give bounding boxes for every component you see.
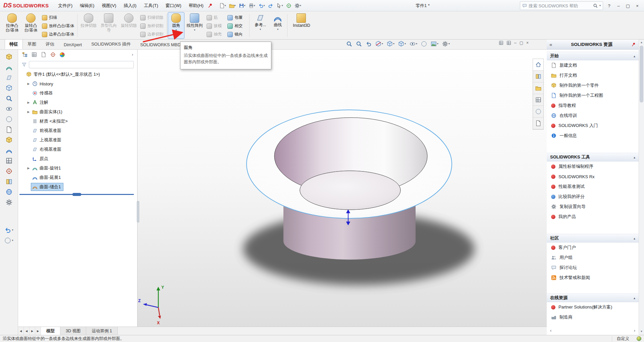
caret-down-icon[interactable] [437,43,438,45]
boundary-cut-button[interactable]: 边界切割 [139,30,165,38]
section-getting-started[interactable]: 开始 ▴ [547,52,639,60]
pager-right-button[interactable]: › [634,328,635,333]
hole-wizard-button[interactable]: 异型孔向导 [98,12,119,39]
tab-view-palette[interactable] [533,94,543,106]
link-general-info[interactable]: 一般信息 [547,131,639,141]
hide-show-items-button[interactable] [409,41,418,47]
link-open-document[interactable]: 打开文档 [547,70,639,80]
task-pane-scrollbar[interactable]: ▲ ▼ [639,40,644,334]
instant3d-button[interactable]: Instant3D [289,12,314,39]
tree-flyout-chevron-icon[interactable]: › [132,52,133,57]
configuration-manager-icon[interactable] [41,52,46,57]
swept-boss-button[interactable]: 扫描 [40,14,76,21]
draft-button[interactable]: 拔模 [205,22,226,30]
caret-down-icon[interactable] [405,43,406,45]
section-collapse-icon[interactable]: ▴ [634,54,635,58]
nav-prev-tab-button[interactable]: ◀ [24,327,30,335]
feature-manager-icon[interactable] [22,52,28,57]
link-online-training[interactable]: 在线培训 [547,111,639,121]
previous-view-button[interactable] [365,41,372,47]
caret-down-icon[interactable] [194,29,195,31]
caret-down-icon[interactable] [12,239,13,242]
revolved-boss-button[interactable]: 旋转凸台/基体 [21,12,40,39]
boundary-boss-button[interactable]: 边界凸台/基体 [40,30,76,38]
tab-solidworks-resources[interactable] [533,59,543,71]
scroll-up-icon[interactable]: ▲ [639,40,644,45]
tab-dimxpert[interactable]: DimXpert [59,40,87,49]
view-settings-button[interactable] [441,41,450,47]
left-tool-button-5[interactable] [6,95,12,102]
link-tech-alerts[interactable]: 技术警戒和新闻 [547,273,639,283]
tab-custom-properties[interactable] [533,118,543,129]
expand-arrow-icon[interactable] [26,82,31,85]
left-tool-button-7[interactable] [6,116,12,123]
rib-button[interactable]: 筋 [205,14,226,21]
caret-down-icon[interactable] [12,229,13,231]
section-collapse-icon[interactable]: ▴ [634,236,635,240]
tab-model[interactable]: 模型 [41,327,60,335]
section-collapse-icon[interactable]: ▴ [634,155,635,159]
left-tool-button-6[interactable] [6,106,12,112]
nav-first-tab-button[interactable]: ◀ [18,327,24,335]
shell-button[interactable]: 抽壳 [205,30,226,38]
tree-item-surface-extend[interactable]: 曲面-延展1 [18,173,137,182]
select-button[interactable] [275,2,284,10]
link-partner-solutions[interactable]: Partner Solutions(解决方案) [547,302,639,312]
caret-down-icon[interactable] [448,43,450,45]
property-manager-icon[interactable] [32,52,37,57]
restore-button[interactable]: ▢ [623,1,633,10]
tree-item-top-plane[interactable]: 上视基准面 [18,135,137,145]
section-collapse-icon[interactable]: ▴ [634,296,635,300]
caret-down-icon[interactable] [382,43,383,45]
caret-down-icon[interactable] [416,43,417,45]
tab-design-library[interactable] [533,71,543,82]
new-document-button[interactable] [218,2,227,10]
tab-motion-study[interactable]: 运动算例 1 [86,327,117,335]
left-tool-button-13[interactable] [6,178,12,185]
model-bottom-face[interactable] [300,171,400,210]
link-first-part[interactable]: 制作我的第一个零件 [547,80,639,90]
minimize-button[interactable]: – [614,1,623,10]
dimxpert-manager-icon[interactable] [50,52,56,57]
section-solidworks-tools[interactable]: SOLIDWORKS 工具 ▴ [547,153,639,161]
help-button[interactable]: ? [604,1,614,10]
left-tool-button-17[interactable] [4,237,13,244]
tree-item-material[interactable]: 材质 <未指定> [18,117,137,126]
edit-appearance-button[interactable] [420,41,428,47]
pane-split-vertical-icon[interactable] [506,41,511,45]
search-icon[interactable] [593,3,598,8]
tree-item-origin[interactable]: 原点 [18,154,137,163]
section-online-resources[interactable]: 在线资源 ▴ [547,293,639,302]
link-customer-portal[interactable]: 客户门户 [547,243,639,253]
lofted-boss-button[interactable]: 放样凸台/基体 [40,22,76,30]
left-tool-button-10[interactable] [6,147,12,154]
link-user-groups[interactable]: 用户组 [547,253,639,263]
menu-insert[interactable]: 插入(I) [120,1,140,10]
display-manager-icon[interactable] [60,52,65,57]
fillet-button[interactable]: 圆角 [168,12,184,39]
pin-menu-icon[interactable] [208,3,213,8]
expand-arrow-icon[interactable] [26,101,31,104]
link-copy-settings-wizard[interactable]: 复制设置向导 [547,202,639,212]
tree-item-part[interactable]: 零件1 (默认<<默认>_显示状态 1>) [18,70,137,79]
print-button[interactable] [248,2,256,10]
left-tool-button-16[interactable] [4,227,13,233]
curves-button[interactable]: 曲线 [270,12,286,39]
help-search[interactable] [520,1,603,10]
intersect-button[interactable]: 相交 [226,22,248,30]
zoom-fit-button[interactable] [345,41,353,47]
menu-help[interactable]: 帮助(H) [185,1,207,10]
scrollbar-thumb[interactable] [640,46,643,102]
link-discussion-forum[interactable]: 探讨论坛 [547,263,639,273]
tab-evaluate[interactable]: 评估 [41,39,59,49]
tab-file-explorer[interactable] [533,82,543,94]
nav-next-tab-button[interactable]: ▶ [30,327,35,335]
tree-item-sensors[interactable]: 传感器 [18,88,137,98]
zoom-area-button[interactable] [355,41,363,47]
tab-appearances-scenes[interactable] [533,106,543,118]
menu-edit[interactable]: 编辑(E) [76,1,98,10]
menu-view[interactable]: 视图(V) [98,1,119,10]
tree-item-surface-bodies[interactable]: 曲面实体(1) [18,107,137,117]
link-solidworks-rx[interactable]: SOLIDWORKS Rx [547,172,639,182]
extruded-cut-button[interactable]: 拉伸切除 [79,12,98,39]
